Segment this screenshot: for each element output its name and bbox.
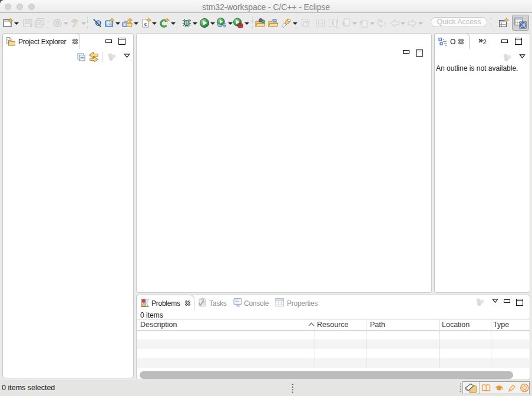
svg-text:C: C [107,21,112,27]
svg-text:c: c [144,21,147,27]
svg-text:C: C [521,22,525,28]
svg-text:c: c [124,21,126,27]
